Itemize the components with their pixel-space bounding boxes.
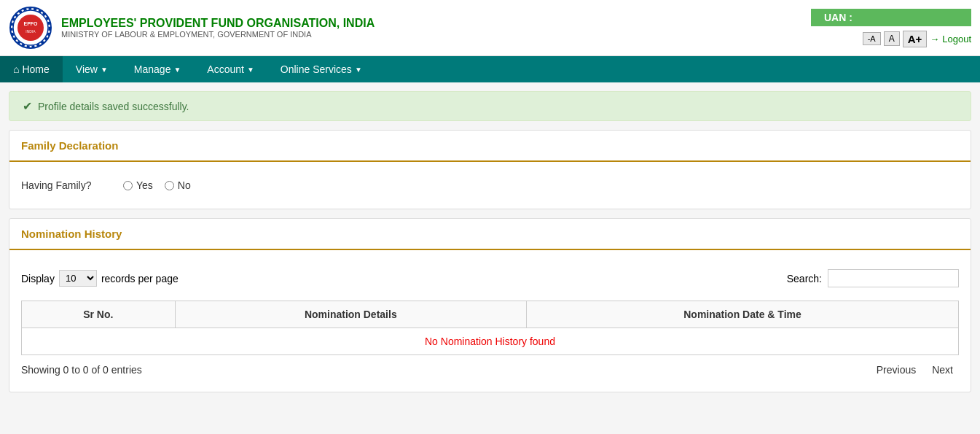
- no-data-message: No Nomination History found: [22, 328, 959, 355]
- font-increase-button[interactable]: A+: [903, 31, 928, 47]
- family-yes-label: Yes: [136, 179, 153, 191]
- font-decrease-button[interactable]: -A: [863, 32, 881, 45]
- search-label: Search:: [787, 273, 822, 284]
- nav-account[interactable]: Account ▼: [194, 56, 267, 82]
- org-info: EMPLOYEES' PROVIDENT FUND ORGANISATION, …: [61, 17, 375, 39]
- showing-entries-text: Showing 0 to 0 of 0 entries: [21, 364, 142, 376]
- chevron-down-icon: ▼: [247, 66, 254, 74]
- org-name: EMPLOYEES' PROVIDENT FUND ORGANISATION, …: [61, 17, 375, 30]
- nav-view-label: View: [76, 63, 98, 75]
- family-yes-option[interactable]: Yes: [123, 179, 153, 191]
- org-sub: MINISTRY OF LABOUR & EMPLOYMENT, GOVERNM…: [61, 30, 375, 39]
- navbar: ⌂ Home View ▼ Manage ▼ Account ▼ Online …: [0, 56, 980, 82]
- family-row: Having Family? Yes No: [21, 174, 959, 197]
- chevron-down-icon: ▼: [173, 66, 181, 74]
- nav-home[interactable]: ⌂ Home: [0, 56, 63, 82]
- table-body: No Nomination History found: [22, 328, 959, 355]
- font-normal-button[interactable]: A: [884, 31, 900, 46]
- nav-manage-label: Manage: [134, 63, 171, 75]
- family-declaration-title: Family Declaration: [21, 139, 959, 152]
- svg-point-2: [17, 15, 44, 41]
- nav-home-label: Home: [22, 63, 49, 75]
- family-declaration-header: Family Declaration: [9, 131, 971, 162]
- table-header-row: Sr No. Nomination Details Nomination Dat…: [22, 301, 959, 328]
- table-controls: Display 10 25 50 100 records per page Se…: [21, 262, 959, 295]
- family-radio-group: Yes No: [123, 179, 191, 191]
- search-row: Search:: [787, 269, 959, 287]
- nav-online-services[interactable]: Online Services ▼: [267, 56, 375, 82]
- alert-message: Profile details saved successfully.: [38, 101, 189, 112]
- svg-text:EPFO: EPFO: [23, 21, 38, 26]
- search-input[interactable]: [828, 269, 959, 287]
- svg-text:INDIA: INDIA: [26, 29, 36, 34]
- nomination-history-card: Nomination History Display 10 25 50 100 …: [9, 218, 971, 392]
- header-right: UAN : -A A A+ → Logout: [811, 9, 971, 47]
- success-alert: ✔ Profile details saved successfully.: [9, 91, 971, 121]
- uan-bar: UAN :: [811, 9, 971, 26]
- font-controls: -A A A+ → Logout: [863, 31, 971, 47]
- logout-label: Logout: [942, 34, 971, 44]
- nomination-table: Sr No. Nomination Details Nomination Dat…: [21, 301, 959, 355]
- chevron-down-icon: ▼: [355, 66, 362, 74]
- display-label: Display: [21, 273, 55, 284]
- pagination-buttons: Previous Next: [871, 363, 959, 377]
- family-no-option[interactable]: No: [165, 179, 191, 191]
- nav-view[interactable]: View ▼: [63, 56, 121, 82]
- header: EPFO INDIA EMPLOYEES' PROVIDENT FUND ORG…: [0, 0, 980, 56]
- records-per-page-select[interactable]: 10 25 50 100: [59, 270, 97, 287]
- previous-button[interactable]: Previous: [871, 363, 922, 377]
- logout-icon: →: [930, 34, 939, 44]
- family-declaration-body: Having Family? Yes No: [9, 162, 971, 209]
- col-nomination-date: Nomination Date & Time: [527, 301, 959, 328]
- nav-account-label: Account: [207, 63, 244, 75]
- nomination-history-header: Nomination History: [9, 219, 971, 250]
- family-declaration-card: Family Declaration Having Family? Yes No: [9, 130, 971, 209]
- per-page-label: records per page: [101, 273, 179, 284]
- nomination-history-title: Nomination History: [21, 228, 959, 240]
- family-yes-radio[interactable]: [123, 181, 133, 190]
- nav-online-services-label: Online Services: [281, 63, 352, 75]
- display-row: Display 10 25 50 100 records per page: [21, 270, 179, 287]
- col-sr-no: Sr No.: [22, 301, 176, 328]
- having-family-label: Having Family?: [21, 179, 109, 191]
- table-row-no-data: No Nomination History found: [22, 328, 959, 355]
- check-icon: ✔: [23, 99, 32, 113]
- home-icon: ⌂: [13, 63, 19, 75]
- pagination-bar: Showing 0 to 0 of 0 entries Previous Nex…: [21, 355, 959, 380]
- family-no-label: No: [178, 179, 191, 191]
- family-no-radio[interactable]: [165, 181, 174, 190]
- nav-manage[interactable]: Manage ▼: [121, 56, 195, 82]
- logout-button[interactable]: → Logout: [930, 34, 971, 44]
- header-left: EPFO INDIA EMPLOYEES' PROVIDENT FUND ORG…: [9, 6, 375, 50]
- epfo-logo: EPFO INDIA: [9, 6, 52, 50]
- chevron-down-icon: ▼: [101, 66, 108, 74]
- table-head: Sr No. Nomination Details Nomination Dat…: [22, 301, 959, 328]
- next-button[interactable]: Next: [926, 363, 959, 377]
- nomination-history-body: Display 10 25 50 100 records per page Se…: [9, 250, 971, 392]
- col-nomination-details: Nomination Details: [175, 301, 527, 328]
